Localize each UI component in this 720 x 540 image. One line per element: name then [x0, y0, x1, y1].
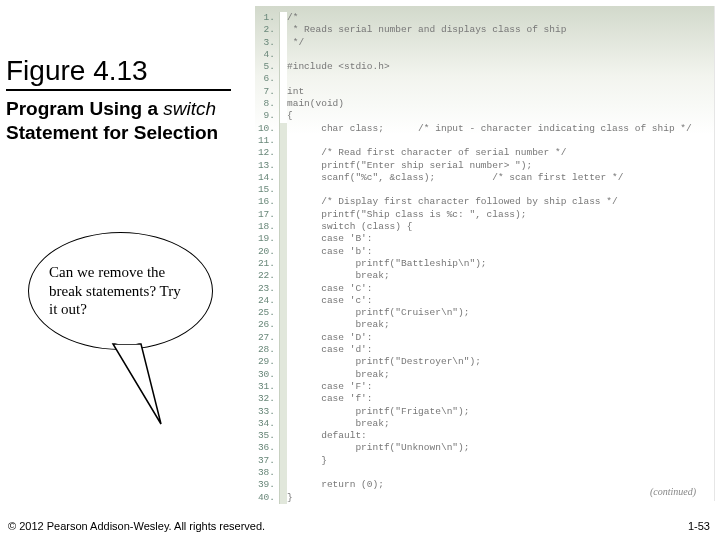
line-text: * Reads serial number and displays class…	[287, 24, 566, 36]
gutter	[279, 49, 287, 61]
gutter	[279, 221, 287, 233]
gutter	[279, 430, 287, 442]
line-text: int	[287, 86, 304, 98]
line-number: 3	[255, 37, 279, 49]
code-listing-panel: 1/*2 * Reads serial number and displays …	[255, 6, 715, 501]
line-text: {	[287, 110, 293, 122]
line-text: }	[287, 455, 327, 467]
line-text: char class; /* input - character indicat…	[287, 123, 692, 135]
gutter	[279, 196, 287, 208]
gutter	[279, 332, 287, 344]
code-line: 5#include <stdio.h>	[255, 61, 714, 73]
figure-caption: Program Using a switch Statement for Sel…	[6, 97, 231, 145]
line-number: 38	[255, 467, 279, 479]
speech-callout: Can we remove the break statements? Try …	[28, 232, 213, 350]
line-text: printf("Enter ship serial number> ");	[287, 160, 532, 172]
line-number: 35	[255, 430, 279, 442]
line-number: 17	[255, 209, 279, 221]
gutter	[279, 37, 287, 49]
line-text: break;	[287, 418, 390, 430]
line-text: main(void)	[287, 98, 344, 110]
line-number: 36	[255, 442, 279, 454]
gutter	[279, 406, 287, 418]
line-number: 22	[255, 270, 279, 282]
line-number: 20	[255, 246, 279, 258]
line-number: 18	[255, 221, 279, 233]
code-line: 10 char class; /* input - character indi…	[255, 123, 714, 135]
line-number: 1	[255, 12, 279, 24]
gutter	[279, 295, 287, 307]
page-number: 1-53	[688, 520, 710, 532]
line-text: /* Display first character followed by s…	[287, 196, 618, 208]
gutter	[279, 393, 287, 405]
gutter	[279, 172, 287, 184]
code-line: 2 * Reads serial number and displays cla…	[255, 24, 714, 36]
code-line: 9{	[255, 110, 714, 122]
gutter	[279, 135, 287, 147]
line-number: 40	[255, 492, 279, 504]
figure-heading-block: Figure 4.13 Program Using a switch State…	[6, 55, 231, 145]
line-text: printf("Cruiser\n");	[287, 307, 469, 319]
code-line: 35 default:	[255, 430, 714, 442]
line-text: default:	[287, 430, 367, 442]
gutter	[279, 455, 287, 467]
line-text: case 'C':	[287, 283, 373, 295]
code-line: 11	[255, 135, 714, 147]
line-text: return (0);	[287, 479, 384, 491]
code-line: 14 scanf("%c", &class); /* scan first le…	[255, 172, 714, 184]
copyright-footer: © 2012 Pearson Addison-Wesley. All right…	[8, 520, 265, 532]
gutter	[279, 319, 287, 331]
gutter	[279, 442, 287, 454]
code-line: 18 switch (class) {	[255, 221, 714, 233]
gutter	[279, 283, 287, 295]
line-number: 28	[255, 344, 279, 356]
gutter	[279, 479, 287, 491]
line-number: 13	[255, 160, 279, 172]
code-line: 21 printf("Battleship\n");	[255, 258, 714, 270]
code-line: 26 break;	[255, 319, 714, 331]
gutter	[279, 492, 287, 504]
code-line: 28 case 'd':	[255, 344, 714, 356]
gutter	[279, 233, 287, 245]
line-text: case 'd':	[287, 344, 373, 356]
code-line: 24 case 'c':	[255, 295, 714, 307]
code-line: 8main(void)	[255, 98, 714, 110]
code-line: 29 printf("Destroyer\n");	[255, 356, 714, 368]
line-text: printf("Frigate\n");	[287, 406, 469, 418]
line-text: break;	[287, 270, 390, 282]
gutter	[279, 123, 287, 135]
code-line: 13 printf("Enter ship serial number> ");	[255, 160, 714, 172]
gutter	[279, 98, 287, 110]
line-number: 14	[255, 172, 279, 184]
line-number: 5	[255, 61, 279, 73]
slide: 1/*2 * Reads serial number and displays …	[0, 0, 720, 540]
speech-bubble-text: Can we remove the break statements? Try …	[29, 257, 212, 325]
line-text: case 'b':	[287, 246, 373, 258]
gutter	[279, 246, 287, 258]
code-line: 31 case 'F':	[255, 381, 714, 393]
line-number: 8	[255, 98, 279, 110]
code-line: 34 break;	[255, 418, 714, 430]
code-line: 3 */	[255, 37, 714, 49]
line-number: 31	[255, 381, 279, 393]
line-text: }	[287, 492, 293, 504]
line-number: 11	[255, 135, 279, 147]
line-text: printf("Unknown\n");	[287, 442, 469, 454]
line-text: case 'F':	[287, 381, 373, 393]
line-number: 23	[255, 283, 279, 295]
gutter	[279, 258, 287, 270]
line-number: 16	[255, 196, 279, 208]
gutter	[279, 24, 287, 36]
caption-prefix: Program Using a	[6, 98, 163, 119]
line-number: 2	[255, 24, 279, 36]
line-number: 26	[255, 319, 279, 331]
gutter	[279, 381, 287, 393]
line-text: break;	[287, 369, 390, 381]
code-line: 7int	[255, 86, 714, 98]
code-line: 33 printf("Frigate\n");	[255, 406, 714, 418]
line-number: 15	[255, 184, 279, 196]
code-line: 12 /* Read first character of serial num…	[255, 147, 714, 159]
code-line: 39 return (0);	[255, 479, 714, 491]
gutter	[279, 12, 287, 24]
line-text: printf("Destroyer\n");	[287, 356, 481, 368]
